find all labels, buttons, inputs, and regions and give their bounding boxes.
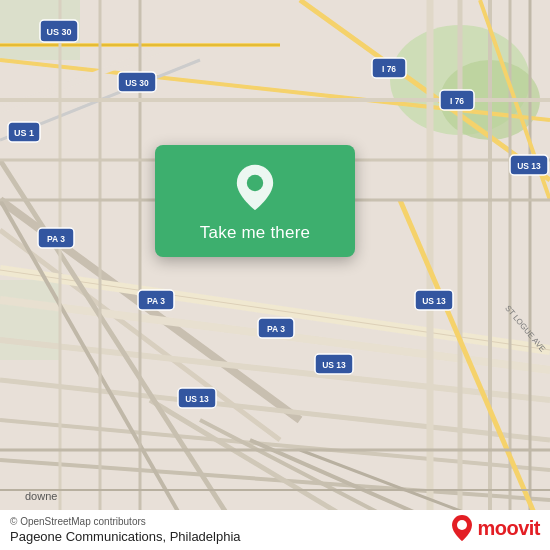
svg-text:US 30: US 30 xyxy=(125,78,149,88)
svg-text:PA 3: PA 3 xyxy=(267,324,285,334)
svg-text:US 30: US 30 xyxy=(46,27,71,37)
svg-text:I 76: I 76 xyxy=(382,64,396,74)
svg-text:US 13: US 13 xyxy=(185,394,209,404)
location-pin-icon xyxy=(230,163,280,213)
svg-text:I 76: I 76 xyxy=(450,96,464,106)
svg-point-69 xyxy=(247,175,263,191)
moovit-pin-icon xyxy=(451,514,473,542)
take-me-label: Take me there xyxy=(200,223,310,243)
map-container: US 30 US 1 I 76 I 76 US 13 US 13 US 13 U… xyxy=(0,0,550,550)
map-background: US 30 US 1 I 76 I 76 US 13 US 13 US 13 U… xyxy=(0,0,550,550)
svg-text:PA 3: PA 3 xyxy=(147,296,165,306)
svg-text:US 13: US 13 xyxy=(517,161,541,171)
svg-text:PA 3: PA 3 xyxy=(47,234,65,244)
svg-text:US 13: US 13 xyxy=(322,360,346,370)
moovit-logo: moovit xyxy=(451,514,540,542)
moovit-text: moovit xyxy=(477,517,540,540)
svg-text:US 13: US 13 xyxy=(422,296,446,306)
svg-text:US 1: US 1 xyxy=(14,128,34,138)
take-me-card[interactable]: Take me there xyxy=(155,145,355,257)
svg-text:downe: downe xyxy=(25,490,57,502)
svg-point-70 xyxy=(457,520,467,530)
